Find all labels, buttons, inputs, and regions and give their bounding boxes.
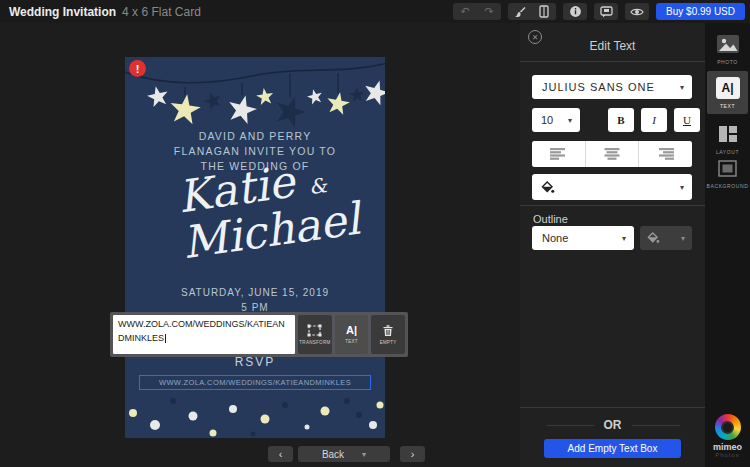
font-size-select[interactable]: 10 ▾ <box>532 108 580 132</box>
or-separator: OR <box>520 418 705 432</box>
font-family-select[interactable]: JULIUS SANS ONE ▾ <box>532 75 692 99</box>
bold-button[interactable]: B <box>608 108 634 132</box>
empty-delete-button[interactable]: EMPTY <box>371 315 405 354</box>
chevron-down-icon: ▾ <box>362 450 366 459</box>
undo-button[interactable]: ↶ <box>453 3 477 20</box>
text-align-group <box>532 141 692 167</box>
divider <box>520 407 705 408</box>
page-navigation: ‹ Back▾ › <box>0 446 520 464</box>
undo-redo-group: ↶ ↷ <box>453 3 501 20</box>
preview-button[interactable] <box>625 3 649 20</box>
card-pages-icon <box>538 5 550 18</box>
star-garland-graphic <box>125 57 385 135</box>
redo-button[interactable]: ↷ <box>477 3 501 20</box>
sidebar-item-photo[interactable]: PHOTO <box>705 33 750 65</box>
align-center-icon <box>602 147 622 161</box>
italic-button[interactable]: I <box>641 108 667 132</box>
product-type-label: 4 x 6 Flat Card <box>122 5 201 19</box>
outline-style-value: None <box>542 232 568 244</box>
info-icon <box>569 5 582 18</box>
transform-icon <box>307 324 322 337</box>
project-title: Wedding Invitation <box>9 5 116 19</box>
top-bar: Wedding Invitation 4 x 6 Flat Card ↶ ↷ <box>0 0 750 23</box>
text-color-select[interactable]: ▾ <box>532 174 692 200</box>
style-pages-group <box>508 3 556 20</box>
trash-icon <box>382 324 394 337</box>
error-badge[interactable]: ! <box>129 60 146 77</box>
brush-icon <box>514 6 526 18</box>
sidebar-label-photo: PHOTO <box>705 59 750 65</box>
align-left-button[interactable] <box>532 141 585 167</box>
info-button[interactable] <box>563 3 587 20</box>
font-size-value: 10 <box>541 114 553 126</box>
app-window: Wedding Invitation 4 x 6 Flat Card ↶ ↷ <box>0 0 750 467</box>
sidebar-item-background[interactable]: BACKGROUND <box>705 157 750 189</box>
text-mode-label: TEXT <box>345 339 358 344</box>
confetti-dots-graphic <box>125 383 385 438</box>
eye-icon <box>630 7 644 17</box>
date-line: SATURDAY, JUNE 15, 2019 <box>125 285 385 300</box>
ampersand: & <box>307 173 328 199</box>
chevron-down-icon: ▾ <box>568 116 572 125</box>
logo-ring-icon <box>715 414 741 440</box>
date-time-block[interactable]: SATURDAY, JUNE 15, 2019 5 PM <box>125 285 385 315</box>
align-right-button[interactable] <box>639 141 692 167</box>
previous-page-button[interactable]: ‹ <box>268 446 293 462</box>
flag-comment-icon <box>600 6 613 18</box>
transform-label: TRANSFORM <box>299 340 330 345</box>
card-preview[interactable]: ! DAV <box>125 57 385 438</box>
undo-icon: ↶ <box>460 5 469 18</box>
buy-button[interactable]: Buy $0.99 USD <box>656 3 745 20</box>
preview-group <box>625 3 649 20</box>
align-center-button[interactable] <box>586 141 639 167</box>
chevron-down-icon: ▾ <box>681 234 685 243</box>
tool-sidebar: PHOTO A| TEXT LAYOUT BACKGROUND mimeo Ph… <box>705 23 750 467</box>
design-canvas: ! DAV <box>0 23 520 467</box>
paint-bucket-icon <box>647 232 660 244</box>
underline-button[interactable]: U <box>674 108 700 132</box>
rsvp-label[interactable]: RSVP <box>125 355 385 369</box>
paint-bucket-icon <box>541 181 555 194</box>
empty-label: EMPTY <box>380 340 397 345</box>
chevron-down-icon: ▾ <box>680 183 684 192</box>
text-mode-button[interactable]: A| TEXT <box>335 315 369 354</box>
divider <box>546 425 594 426</box>
info-group <box>563 3 587 20</box>
top-toolbar: ↶ ↷ <box>453 0 745 23</box>
text-icon: A| <box>716 77 740 99</box>
redo-icon: ↷ <box>484 5 493 18</box>
feedback-button[interactable] <box>594 3 618 20</box>
text-cursor-icon: A| <box>346 325 357 336</box>
chevron-down-icon: ▾ <box>622 234 626 243</box>
divider <box>520 61 705 62</box>
next-page-button[interactable]: › <box>400 446 425 462</box>
pages-button[interactable] <box>532 3 556 20</box>
sidebar-label-text: TEXT <box>707 103 748 109</box>
outline-section-label: Outline <box>533 213 568 225</box>
mimeo-photos-logo: mimeo Photos <box>705 414 750 458</box>
divider <box>520 205 705 206</box>
chevron-down-icon: ▾ <box>680 83 684 92</box>
page-name-label: Back <box>322 449 344 460</box>
text-style-group: B I U <box>608 108 700 132</box>
sidebar-label-layout: LAYOUT <box>705 149 750 155</box>
outline-style-select[interactable]: None ▾ <box>532 226 634 250</box>
sidebar-item-layout[interactable]: LAYOUT <box>705 123 750 155</box>
outline-color-select[interactable]: ▾ <box>640 226 692 250</box>
theme-brush-button[interactable] <box>508 3 532 20</box>
sidebar-item-text[interactable]: A| TEXT <box>707 71 748 114</box>
photo-icon <box>716 33 740 55</box>
add-empty-text-box-button[interactable]: Add Empty Text Box <box>544 439 681 458</box>
background-icon <box>716 157 740 179</box>
divider <box>632 425 680 426</box>
logo-subtitle: Photos <box>705 452 750 458</box>
or-label: OR <box>604 418 622 432</box>
feedback-group <box>594 3 618 20</box>
chevron-right-icon: › <box>411 448 415 460</box>
text-content-input[interactable]: WWW.ZOLA.COM/WEDDINGS/KATIEANDMINKLES <box>113 315 295 354</box>
page-select-button[interactable]: Back▾ <box>298 446 390 462</box>
panel-title: Edit Text <box>520 39 705 53</box>
transform-button[interactable]: TRANSFORM <box>298 315 332 354</box>
invite-line-1: DAVID AND PERRY <box>125 129 385 144</box>
layout-icon <box>716 123 740 145</box>
